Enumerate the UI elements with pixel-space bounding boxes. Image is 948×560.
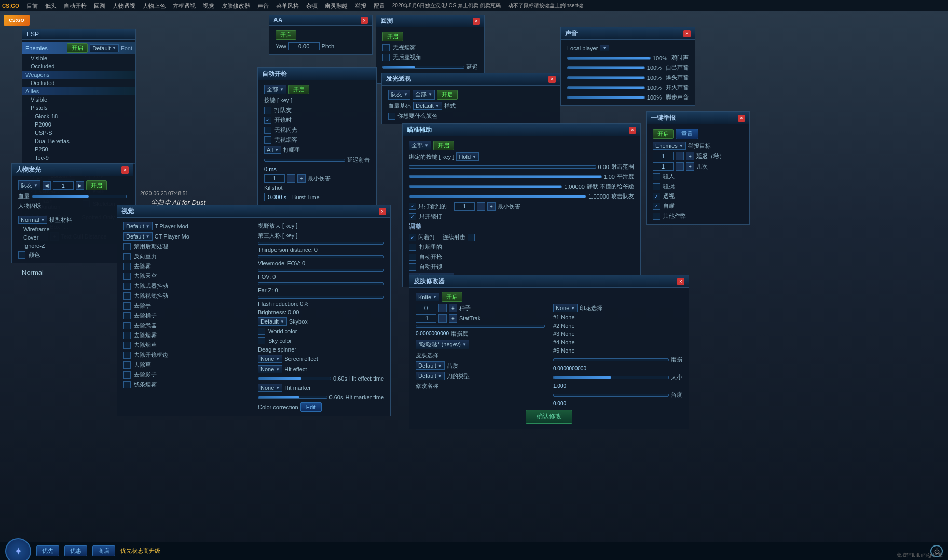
sound-slider2[interactable]: [567, 66, 645, 69]
static-bar[interactable]: [409, 185, 562, 188]
priority-btn[interactable]: 优先: [36, 545, 59, 556]
tec9-item[interactable]: Tec-9: [22, 153, 135, 162]
times-plus[interactable]: +: [686, 162, 694, 171]
delay-plus[interactable]: +: [686, 152, 694, 160]
hit-marker-time-bar[interactable]: [258, 396, 327, 399]
sound-header[interactable]: 声音 ×: [561, 27, 695, 40]
min-dmg-plus[interactable]: +: [297, 174, 306, 183]
stattrak-minus[interactable]: -: [438, 314, 447, 323]
charglow-header[interactable]: 人物发光 ×: [12, 164, 133, 176]
range-bar[interactable]: [409, 165, 596, 169]
p2000-item[interactable]: P2000: [22, 120, 135, 129]
autofire-all-dropdown[interactable]: 全部: [264, 85, 286, 94]
quchu3-cb[interactable]: [123, 283, 131, 290]
seed-plus[interactable]: +: [449, 304, 457, 312]
menu-ditou[interactable]: 低头: [42, 1, 60, 11]
charglow-close[interactable]: ×: [121, 166, 129, 174]
sound-close[interactable]: ×: [683, 30, 691, 37]
confirm-btn[interactable]: 确认修改: [526, 410, 572, 424]
sound-slider5[interactable]: [567, 96, 645, 99]
quchuying-cb[interactable]: [123, 371, 131, 379]
angle-bar[interactable]: [553, 394, 669, 397]
flash-aim-cb[interactable]: [409, 234, 416, 241]
aimbot-hold-dropdown[interactable]: Hold: [456, 152, 479, 161]
autofire-toggle[interactable]: 开启: [288, 85, 309, 94]
dual-item[interactable]: Dual Berettas: [22, 137, 135, 145]
only-visible-cb[interactable]: [409, 203, 416, 210]
negev-dropdown[interactable]: *哒哒哒* (negev): [416, 340, 469, 349]
smoke-aim-cb[interactable]: [409, 244, 416, 251]
quchu2-cb[interactable]: [123, 273, 131, 280]
screen-effect-dropdown[interactable]: None: [258, 355, 282, 363]
menu-mubiao[interactable]: 目前: [23, 1, 41, 11]
stattrak-plus[interactable]: +: [449, 314, 457, 323]
report-close[interactable]: ×: [738, 115, 745, 122]
blood-slider[interactable]: [32, 195, 127, 198]
enemies-occluded[interactable]: Occluded: [22, 62, 135, 71]
kaijingshi-cb[interactable]: [264, 117, 271, 124]
local-player-dropdown[interactable]: [600, 45, 609, 51]
min-dmg-minus[interactable]: -: [287, 174, 295, 183]
allies-visible[interactable]: Visible: [22, 95, 135, 104]
quchutongzi-cb[interactable]: [123, 312, 131, 319]
skin-header[interactable]: 皮肤修改器 ×: [409, 275, 689, 288]
shu-cb[interactable]: [653, 173, 660, 180]
lock-bar[interactable]: [409, 175, 602, 178]
xiantiaoyanwu-cb[interactable]: [123, 381, 131, 388]
menu-config[interactable]: 配置: [370, 1, 388, 11]
cover-item[interactable]: Cover: [15, 233, 130, 242]
auto-fire-aim-cb[interactable]: [409, 254, 416, 261]
attack-bar[interactable]: [409, 195, 586, 198]
menu-misc[interactable]: 杂项: [303, 1, 321, 11]
hit-effect-time-bar[interactable]: [258, 377, 331, 380]
report-reset[interactable]: 重置: [676, 129, 698, 139]
wushiyanwu-cb[interactable]: [264, 136, 271, 144]
wushishan-cb[interactable]: [264, 127, 271, 134]
farz-bar[interactable]: [258, 282, 384, 285]
allies-section[interactable]: Allies: [22, 87, 135, 95]
delay-fire-bar[interactable]: [264, 159, 345, 162]
duiduiyou-cb[interactable]: [264, 107, 271, 114]
knife-type-dropdown[interactable]: Default: [416, 372, 445, 380]
glow-duiyou-dropdown[interactable]: 队友: [388, 90, 410, 100]
quchu1-cb[interactable]: [123, 263, 131, 270]
skybox-default-dropdown[interactable]: Default: [258, 317, 287, 326]
shop-btn[interactable]: 商店: [92, 545, 115, 556]
touming-cb[interactable]: [653, 193, 660, 200]
menu-person-view[interactable]: 人物透视: [109, 1, 139, 11]
discount-btn[interactable]: 优惠: [64, 545, 87, 556]
pistols-item[interactable]: Pistols: [22, 104, 135, 112]
weapons-section[interactable]: Weapons: [22, 71, 135, 79]
sound-slider3[interactable]: [567, 76, 645, 79]
size-bar[interactable]: [553, 376, 669, 379]
aim-minus[interactable]: -: [477, 202, 485, 211]
seed-minus[interactable]: -: [438, 304, 447, 312]
quchu4-cb[interactable]: [123, 292, 131, 300]
charglow-duiyou-dropdown[interactable]: 队友: [18, 180, 40, 190]
huitui-toggle[interactable]: 开启: [382, 32, 403, 41]
fov-bar[interactable]: [258, 269, 384, 272]
enemies-toggle[interactable]: 开启: [67, 43, 88, 53]
color-cb[interactable]: [18, 251, 25, 259]
quality-dropdown[interactable]: Default: [416, 361, 445, 370]
enemies-section[interactable]: Enemies 开启 Default Font: [22, 42, 135, 54]
continuous-cb[interactable]: [468, 234, 475, 241]
aimbot-close[interactable]: ×: [629, 127, 636, 134]
edit-btn[interactable]: Edit: [300, 402, 322, 412]
menu-box-view[interactable]: 方框透视: [170, 1, 199, 11]
delay-minus[interactable]: -: [676, 152, 684, 160]
wireframe-item[interactable]: Wireframe: [15, 225, 130, 233]
aa-yaw-input[interactable]: [288, 42, 320, 50]
dajunli-dropdown[interactable]: All: [264, 146, 281, 154]
skin-toggle[interactable]: 开启: [442, 292, 462, 302]
menu-report[interactable]: 举报: [352, 1, 369, 11]
enemies-visible[interactable]: Visible: [22, 54, 135, 62]
glow-toggle[interactable]: 开启: [437, 90, 458, 100]
ignorez-item[interactable]: Ignore-Z: [15, 242, 130, 250]
ct-default-dropdown[interactable]: Default: [123, 232, 153, 241]
print-dropdown[interactable]: None: [553, 304, 578, 312]
aa-close[interactable]: ×: [361, 17, 368, 24]
visual-close[interactable]: ×: [379, 208, 386, 215]
aimbot-all-dropdown[interactable]: 全部: [409, 141, 431, 150]
glow-default-dropdown[interactable]: Default: [413, 102, 442, 110]
